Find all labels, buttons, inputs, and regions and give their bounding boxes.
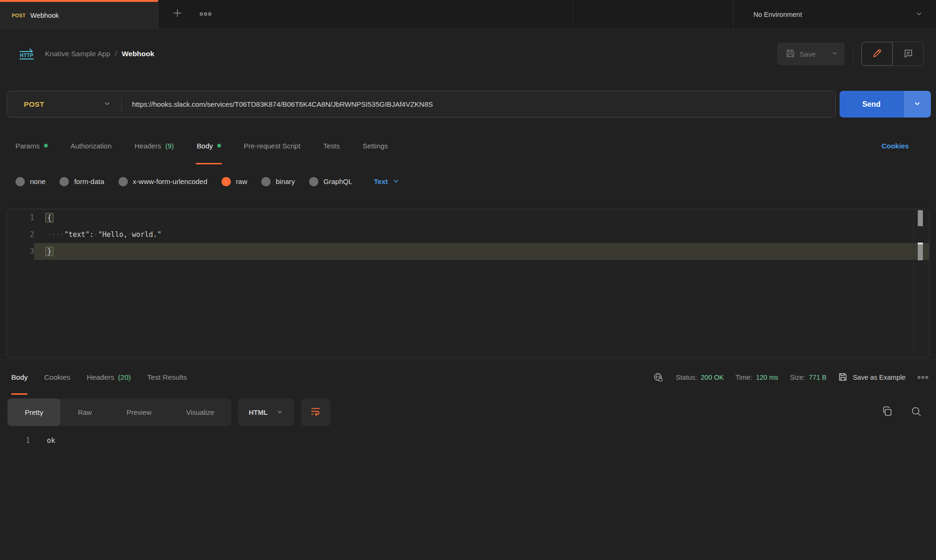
chevron-down-icon	[392, 177, 399, 186]
line-number: 3	[7, 243, 34, 260]
green-dot-indicator	[44, 144, 48, 147]
copy-button[interactable]	[881, 405, 893, 420]
tab-method-badge: POST	[12, 13, 26, 18]
send-button[interactable]: Send	[840, 91, 903, 118]
http-request-icon: HTTP	[19, 48, 35, 59]
breadcrumb-separator: /	[115, 50, 117, 58]
radio-icon	[15, 177, 25, 186]
save-button[interactable]: Save	[777, 43, 824, 65]
ruler-mark[interactable]	[918, 210, 923, 226]
response-body-viewer[interactable]: 1 ok	[0, 432, 936, 449]
body-mode-row: none form-data x-www-form-urlencoded raw…	[0, 164, 936, 199]
status-label: Status:	[676, 374, 697, 381]
url-input[interactable]: https://hooks.slack.com/services/T06TD83…	[122, 100, 433, 108]
line-code: ····"text":·"Hello,·world."	[34, 226, 929, 243]
chevron-down-icon	[915, 10, 923, 19]
response-options-button[interactable]	[917, 374, 929, 381]
url-bar: POST https://hooks.slack.com/services/T0…	[7, 91, 836, 118]
send-options-button[interactable]	[903, 91, 931, 118]
more-options-icon	[199, 11, 212, 18]
ruler-mark[interactable]	[918, 243, 923, 260]
method-dropdown[interactable]: POST	[7, 100, 121, 109]
chevron-down-icon	[103, 100, 111, 109]
time-field: Time: 120 ms	[736, 374, 778, 381]
request-tab[interactable]: POST Webhook	[0, 0, 158, 29]
globe-lock-icon[interactable]	[653, 372, 664, 383]
cookies-link[interactable]: Cookies	[882, 142, 909, 150]
request-tab-item[interactable]: Params	[15, 127, 48, 164]
response-view-tab[interactable]: Preview	[109, 398, 169, 426]
body-mode-radio[interactable]: x-www-form-urlencoded	[118, 177, 207, 186]
raw-language-label: Text	[374, 177, 388, 185]
response-tabs: Body Cookies Headers (20) Test Results	[11, 360, 187, 395]
tab-bar: POST Webhook No Environment	[0, 0, 936, 29]
send-split-button: Send	[840, 91, 931, 118]
radio-icon	[261, 177, 271, 186]
breadcrumb-collection[interactable]: Knative Sample App	[45, 50, 111, 58]
request-body-editor[interactable]: 1 { 2 ····"text":·"Hello,·world." 3 }	[7, 209, 929, 358]
save-icon	[838, 372, 848, 383]
response-tab-item[interactable]: Cookies	[44, 360, 70, 395]
response-view-tab[interactable]: Visualize	[169, 398, 232, 426]
response-header: Body Cookies Headers (20) Test Results S…	[0, 360, 936, 395]
save-options-button[interactable]	[824, 43, 845, 65]
editor-line: 2 ····"text":·"Hello,·world."	[7, 226, 929, 243]
header-actions: Save	[777, 42, 924, 66]
response-format-dropdown[interactable]: HTML	[238, 398, 294, 426]
line-number: 2	[7, 226, 34, 243]
request-tab-item[interactable]: Body	[197, 127, 221, 164]
request-tab-item[interactable]: Settings	[362, 127, 388, 164]
radio-icon	[118, 177, 128, 186]
line-number: 1	[0, 436, 30, 445]
search-button[interactable]	[910, 405, 922, 420]
tab-options-button[interactable]	[195, 0, 216, 29]
response-format-label: HTML	[249, 409, 267, 416]
size-label: Size:	[790, 374, 805, 381]
response-view-tab[interactable]: Raw	[60, 398, 109, 426]
save-as-example-button[interactable]: Save as Example	[838, 372, 906, 383]
comments-button[interactable]	[892, 42, 923, 66]
request-tab-item[interactable]: Tests	[323, 127, 339, 164]
response-view-tab[interactable]: Pretty	[7, 398, 60, 426]
request-tab-item[interactable]: Headers (9)	[134, 127, 174, 164]
response-view-switcher: Pretty Raw Preview Visualize	[7, 398, 231, 426]
body-mode-radio[interactable]: raw	[221, 177, 247, 186]
more-options-icon	[917, 374, 929, 381]
save-label: Save	[800, 50, 816, 58]
request-tab-item[interactable]: Authorization	[71, 127, 112, 164]
body-mode-radio[interactable]: none	[15, 177, 45, 186]
environment-label: No Environment	[753, 11, 802, 18]
response-tab-item[interactable]: Body	[11, 360, 28, 395]
line-code: }	[34, 243, 929, 260]
request-header: HTTP Knative Sample App / Webhook Save	[0, 29, 936, 79]
response-tools	[881, 405, 928, 420]
chevron-down-icon	[831, 50, 838, 58]
raw-language-dropdown[interactable]: Text	[374, 177, 400, 186]
environment-selector[interactable]: No Environment	[733, 0, 936, 29]
response-line: 1 ok	[0, 432, 936, 449]
time-value: 120 ms	[756, 374, 778, 381]
radio-icon	[309, 177, 318, 186]
request-tab-item[interactable]: Pre-request Script	[244, 127, 301, 164]
edit-documentation-button[interactable]	[862, 42, 892, 66]
breadcrumb-request-name[interactable]: Webhook	[122, 50, 154, 58]
pencil-icon	[872, 48, 882, 60]
wrap-lines-button[interactable]	[301, 398, 331, 426]
status-value: 200 OK	[701, 374, 724, 381]
body-mode-radio[interactable]: GraphQL	[309, 177, 353, 186]
side-panel-toggle-group	[861, 42, 924, 66]
response-toolbar: Pretty Raw Preview Visualize HTML	[7, 398, 928, 426]
editor-line: 1 {	[7, 209, 929, 226]
chevron-down-icon	[276, 408, 283, 417]
line-code: ok	[30, 436, 55, 445]
method-label: POST	[24, 100, 44, 109]
search-icon	[910, 405, 922, 420]
breadcrumb: Knative Sample App / Webhook	[45, 50, 154, 58]
response-tab-item[interactable]: Headers (20)	[87, 360, 131, 395]
body-mode-radio[interactable]: form-data	[59, 177, 104, 186]
new-tab-button[interactable]	[167, 0, 188, 29]
body-mode-radio[interactable]: binary	[261, 177, 295, 186]
tab-title: Webhook	[30, 12, 59, 19]
response-tab-item[interactable]: Test Results	[147, 360, 187, 395]
size-field: Size: 771 B	[790, 374, 826, 381]
